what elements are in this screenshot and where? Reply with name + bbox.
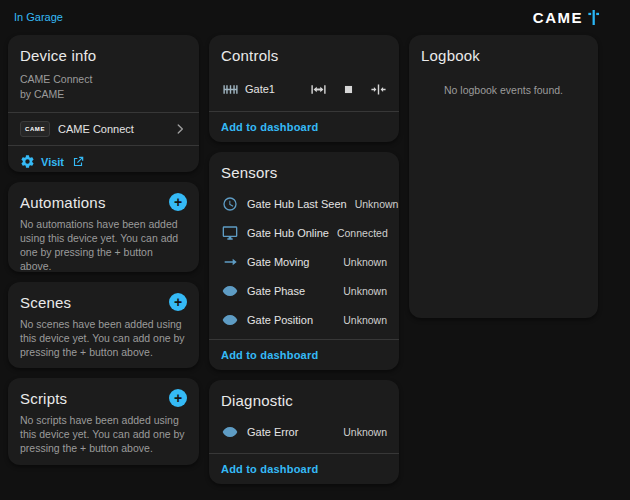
scenes-card: Scenes + No scenes have been added using… <box>8 282 199 368</box>
top-bar: In Garage CAME <box>0 0 630 30</box>
scripts-empty-text: No scripts have been added using this de… <box>8 412 199 465</box>
sensor-label: Gate Hub Last Seen <box>247 198 347 210</box>
add-scene-button[interactable]: + <box>169 293 187 311</box>
add-script-button[interactable]: + <box>169 389 187 407</box>
clock-icon <box>221 195 239 213</box>
sensor-value: Unknown <box>355 198 399 210</box>
sensor-row[interactable]: Gate Phase Unknown <box>209 276 399 305</box>
sensor-label: Gate Phase <box>247 285 305 297</box>
integration-link[interactable]: came CAME Connect <box>8 112 199 145</box>
sensor-row[interactable]: Gate Position Unknown <box>209 305 399 334</box>
cover-entity-name: Gate1 <box>245 83 275 95</box>
right-column: Logbook No logbook events found. <box>409 35 598 318</box>
sensor-label: Gate Hub Online <box>247 227 329 239</box>
sensor-label: Gate Moving <box>247 256 309 268</box>
cover-close-button[interactable] <box>370 81 387 98</box>
scripts-title: Scripts <box>20 390 67 407</box>
arrow-right-icon <box>221 253 239 271</box>
eye-icon <box>221 311 239 329</box>
diagnostic-title: Diagnostic <box>209 380 399 417</box>
diagnostic-add-to-dashboard[interactable]: Add to dashboard <box>209 453 399 484</box>
content-columns: Device info CAME Connect by CAME came CA… <box>0 30 630 484</box>
automations-header: Automations + <box>8 182 199 216</box>
controls-title: Controls <box>209 35 399 72</box>
gate-icon <box>221 80 239 98</box>
chevron-right-icon <box>173 122 187 136</box>
diagnostic-card: Diagnostic Gate Error Unknown Add to das… <box>209 380 399 484</box>
logbook-empty-text: No logbook events found. <box>409 84 598 96</box>
eye-icon <box>221 423 239 441</box>
automations-card: Automations + No automations have been a… <box>8 182 199 272</box>
scenes-title: Scenes <box>20 294 71 311</box>
cover-stop-button[interactable] <box>340 81 357 98</box>
device-meta: CAME Connect by CAME <box>8 72 199 112</box>
scenes-header: Scenes + <box>8 282 199 316</box>
open-in-new-icon <box>70 154 85 169</box>
integration-name: CAME Connect <box>58 123 134 135</box>
brand-text: CAME <box>533 9 583 26</box>
sensor-value: Unknown <box>343 256 387 268</box>
eye-icon <box>221 282 239 300</box>
scripts-card: Scripts + No scripts have been added usi… <box>8 378 199 465</box>
sensor-value: Connected <box>337 227 388 239</box>
diagnostic-value: Unknown <box>343 426 387 438</box>
cover-buttons <box>310 81 387 98</box>
monitor-icon <box>221 224 239 242</box>
controls-card: Controls Gate1 Add t <box>209 35 399 142</box>
scenes-empty-text: No scenes have been added using this dev… <box>8 316 199 368</box>
device-info-title: Device info <box>8 35 199 72</box>
cover-entity-row[interactable]: Gate1 <box>209 72 399 110</box>
integration-badge: came <box>20 121 50 137</box>
sensor-row[interactable]: Gate Hub Online Connected <box>209 218 399 247</box>
sensor-label: Gate Position <box>247 314 313 326</box>
cover-open-button[interactable] <box>310 81 327 98</box>
controls-add-to-dashboard[interactable]: Add to dashboard <box>209 111 399 142</box>
sensors-add-to-dashboard[interactable]: Add to dashboard <box>209 339 399 370</box>
automations-title: Automations <box>20 194 106 211</box>
add-automation-button[interactable]: + <box>169 193 187 211</box>
visit-link[interactable]: Visit <box>8 145 199 172</box>
diagnostic-row[interactable]: Gate Error Unknown <box>209 417 399 446</box>
device-info-card: Device info CAME Connect by CAME came CA… <box>8 35 199 172</box>
scripts-header: Scripts + <box>8 378 199 412</box>
logbook-title: Logbook <box>409 35 598 72</box>
device-manufacturer: by CAME <box>20 87 187 102</box>
sensor-row[interactable]: Gate Hub Last Seen Unknown <box>209 189 399 218</box>
sensors-title: Sensors <box>209 152 399 189</box>
device-name: CAME Connect <box>20 72 187 87</box>
left-column: Device info CAME Connect by CAME came CA… <box>8 35 199 465</box>
sensor-row[interactable]: Gate Moving Unknown <box>209 247 399 276</box>
logbook-card: Logbook No logbook events found. <box>409 35 598 318</box>
automations-empty-text: No automations have been added using thi… <box>8 216 199 272</box>
middle-column: Controls Gate1 Add t <box>209 35 399 484</box>
diagnostic-label: Gate Error <box>247 426 298 438</box>
visit-label: Visit <box>41 156 64 168</box>
came-logo-icon <box>587 10 600 25</box>
sensor-value: Unknown <box>343 314 387 326</box>
breadcrumb[interactable]: In Garage <box>14 11 63 23</box>
came-logo: CAME <box>533 9 600 26</box>
sensor-value: Unknown <box>343 285 387 297</box>
gear-icon <box>20 154 35 169</box>
sensors-card: Sensors Gate Hub Last Seen Unknown Gate … <box>209 152 399 370</box>
